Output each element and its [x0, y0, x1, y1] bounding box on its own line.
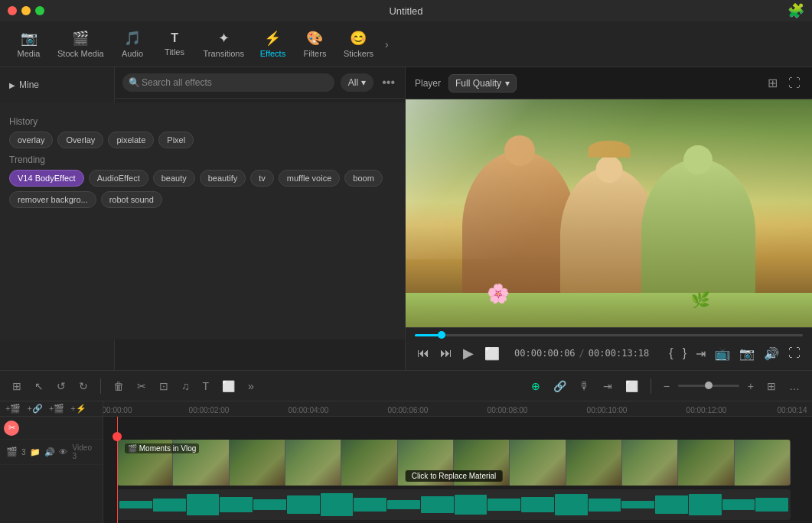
- camera-icon-btn[interactable]: 📷: [737, 344, 757, 363]
- history-tag-pixel[interactable]: Pixel: [158, 132, 194, 148]
- mark-out-button[interactable]: }: [680, 344, 689, 362]
- screen-icon-btn[interactable]: 📺: [713, 344, 732, 363]
- timeline-tracks[interactable]: 00:00:00 00:00:02:00 00:00:04:00 00:00:0…: [103, 401, 812, 523]
- tl-crop-button[interactable]: ⬜: [217, 377, 240, 395]
- cut-icon: ✂: [4, 421, 19, 436]
- cut-marker-area: ✂: [0, 417, 103, 440]
- effects-dropdown: History overlay Overlay pixelate Pixel: [115, 102, 405, 339]
- toolbar-titles-label: Titles: [165, 47, 184, 57]
- trending-tag-audiofx[interactable]: AudioEffect: [115, 170, 148, 187]
- tl-delete-button[interactable]: 🗑: [109, 377, 129, 395]
- main-toolbar: 📷 Media 🎬 Stock Media 🎵 Audio T Titles ✦…: [0, 21, 812, 67]
- wave-18: [689, 494, 722, 516]
- close-button[interactable]: [8, 6, 17, 15]
- title-bar-right: 🧩: [788, 2, 804, 19]
- tl-redo-button[interactable]: ↻: [74, 377, 93, 395]
- tl-split-button[interactable]: ⊡: [155, 377, 173, 395]
- tl-more-button[interactable]: »: [243, 377, 259, 395]
- toolbar-titles[interactable]: T Titles: [154, 28, 196, 60]
- history-tag-pixelate[interactable]: pixelate: [115, 132, 154, 148]
- resize-icon-btn[interactable]: ⛶: [786, 344, 803, 362]
- toolbar-effects[interactable]: ⚡ Effects: [252, 26, 294, 62]
- tl-undo-button[interactable]: ↺: [52, 377, 70, 395]
- sidebar-mine-label: Mine: [19, 80, 39, 90]
- video-clip[interactable]: 🎬 Moments in Vlog Click to Replace Mater…: [117, 440, 791, 486]
- title-bar: Untitled 🧩: [0, 0, 812, 21]
- titles-icon: T: [171, 31, 178, 45]
- zoom-thumb[interactable]: [705, 382, 713, 389]
- window-title: Untitled: [389, 5, 422, 17]
- wave-10: [421, 496, 454, 513]
- tl-mic-button[interactable]: 🎙: [575, 377, 595, 395]
- minimize-button[interactable]: [21, 6, 31, 15]
- time-marker-6: 00:00:12:00: [686, 406, 727, 414]
- zoom-slider[interactable]: [678, 385, 739, 387]
- click-to-replace-label[interactable]: Click to Replace Material: [406, 470, 503, 482]
- toolbar-media[interactable]: 📷 Media: [8, 26, 50, 62]
- tl-link-button[interactable]: 🔗: [549, 377, 571, 395]
- step-forward-button[interactable]: ⏭: [438, 344, 455, 362]
- sidebar-section-mine-header[interactable]: ▶ Mine: [0, 75, 114, 95]
- track-area: 🎬 Moments in Vlog Click to Replace Mater…: [103, 417, 812, 523]
- step-back-button[interactable]: ⏮: [415, 344, 432, 362]
- export-frame-icon-btn[interactable]: ⇥: [693, 344, 708, 363]
- stickers-icon: 😊: [350, 30, 367, 47]
- filter-all-button[interactable]: All ▾: [341, 73, 373, 92]
- filter-all-label: All: [348, 77, 358, 88]
- trending-tag-muffle[interactable]: muffle voice: [279, 170, 341, 187]
- progress-thumb[interactable]: [438, 331, 445, 339]
- wave-11: [455, 495, 488, 515]
- main-content: ▶ Mine ▼ Video Effects Trending Basic Sh…: [0, 67, 812, 370]
- zoom-out-button[interactable]: −: [659, 377, 674, 395]
- tl-cut-button[interactable]: ✂: [132, 377, 151, 395]
- toolbar-transitions[interactable]: ✦ Transitions: [196, 26, 252, 62]
- add-track-3-button[interactable]: +🎬: [47, 403, 67, 414]
- tl-swap-button[interactable]: ⇥: [598, 377, 617, 395]
- tl-screen-button[interactable]: ⬜: [621, 377, 643, 395]
- tl-snap-button[interactable]: ⊕: [527, 377, 545, 395]
- trending-tag-beautify[interactable]: beautify: [200, 170, 246, 187]
- toolbar-stickers[interactable]: 😊 Stickers: [336, 26, 381, 62]
- trending-tag-tv[interactable]: tv: [250, 170, 274, 187]
- toolbar-media-label: Media: [18, 49, 41, 58]
- maximize-button[interactable]: [35, 6, 44, 15]
- video-track-volume-icon: 🔊: [44, 447, 55, 457]
- trending-tag-boom[interactable]: boom: [344, 170, 383, 187]
- tl-text-button[interactable]: T: [198, 377, 214, 395]
- ground: [406, 293, 812, 327]
- more-options-button[interactable]: •••: [380, 73, 397, 92]
- thumb-5: [341, 440, 397, 486]
- tl-add-button[interactable]: ⊞: [8, 377, 26, 395]
- tl-overflow-button[interactable]: …: [784, 377, 804, 395]
- add-audio-track-button[interactable]: +🔗: [24, 403, 44, 414]
- toolbar-filters[interactable]: 🎨 Filters: [294, 26, 336, 62]
- history-section-title: History: [115, 116, 396, 127]
- trending-tag-beauty[interactable]: beauty: [153, 170, 195, 187]
- toolbar-audio[interactable]: 🎵 Audio: [112, 26, 154, 62]
- play-button[interactable]: ▶: [461, 343, 476, 364]
- progress-track[interactable]: [415, 334, 803, 336]
- fullscreen-icon-btn[interactable]: ⛶: [786, 74, 803, 93]
- tl-grid-button[interactable]: ⊞: [762, 377, 781, 395]
- trending-tag-robot-sound[interactable]: robot sound: [115, 191, 162, 208]
- timeline-content: +🎬 +🔗 +🎬 +⚡ ✂ 🎬 3 📁 🔊 👁 Video 3: [0, 401, 812, 523]
- zoom-in-button[interactable]: +: [743, 377, 758, 395]
- stop-button[interactable]: ⬜: [482, 344, 502, 363]
- volume-icon-btn[interactable]: 🔊: [761, 344, 781, 363]
- quality-select[interactable]: Full Quality ▾: [448, 74, 517, 93]
- window-controls[interactable]: [8, 6, 44, 15]
- toolbar-filters-label: Filters: [303, 49, 326, 58]
- toolbar-effects-label: Effects: [260, 49, 285, 58]
- current-time: 00:00:00:06: [514, 348, 575, 359]
- video-track-eye-icon[interactable]: 👁: [59, 447, 67, 456]
- add-video-track-button[interactable]: +🎬: [3, 403, 23, 414]
- add-track-4-button[interactable]: +⚡: [68, 403, 88, 414]
- tl-audio-button[interactable]: ♫: [177, 377, 194, 395]
- layout-icon-btn[interactable]: ⊞: [765, 73, 780, 93]
- toolbar-stock-media[interactable]: 🎬 Stock Media: [50, 26, 112, 62]
- wave-1: [119, 501, 152, 508]
- tl-select-button[interactable]: ↖: [30, 377, 48, 395]
- mark-in-button[interactable]: {: [667, 344, 675, 362]
- search-input[interactable]: [122, 73, 334, 92]
- toolbar-more-button[interactable]: ›: [385, 38, 389, 50]
